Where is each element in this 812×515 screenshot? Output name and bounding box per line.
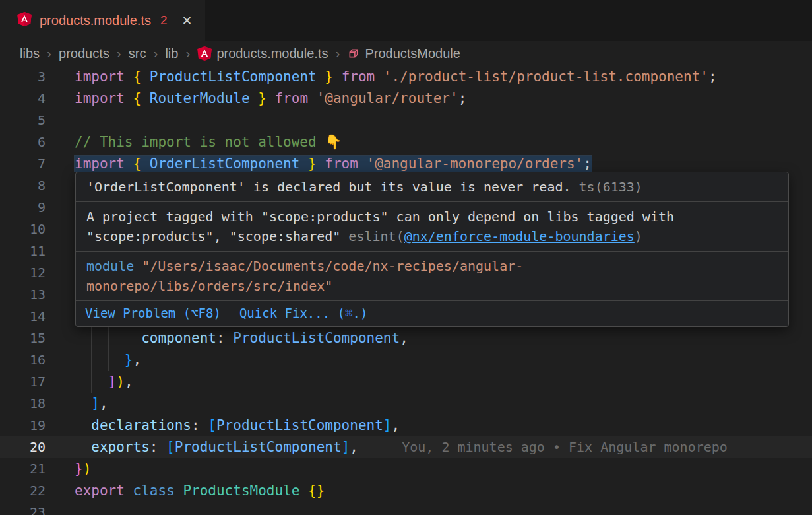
breadcrumb-separator-icon: › bbox=[152, 46, 159, 61]
git-blame-annotation: You, 2 minutes ago • Fix Angular monorep… bbox=[402, 439, 728, 455]
indent-guide bbox=[108, 327, 109, 349]
code-line-23[interactable]: 23 bbox=[0, 502, 812, 515]
indent-guide bbox=[108, 349, 109, 371]
code-line-22[interactable]: 22export class ProductsModule {} bbox=[0, 480, 812, 502]
breadcrumb-label: lib bbox=[165, 46, 178, 61]
module-keyword: module bbox=[86, 258, 134, 274]
code-text: // This import is not allowed 👇 bbox=[75, 131, 812, 153]
vscode-window: products.module.ts 2 ✕ libs›products›src… bbox=[0, 0, 812, 515]
line-number: 20 bbox=[0, 436, 75, 458]
code-line-16[interactable]: 16 }, bbox=[0, 349, 812, 371]
view-problem-button[interactable]: View Problem (⌥F8) bbox=[85, 304, 221, 322]
line-number: 14 bbox=[0, 306, 75, 327]
code-text: }, bbox=[75, 349, 812, 371]
line-number: 7 bbox=[0, 153, 75, 175]
line-number: 10 bbox=[0, 219, 75, 240]
close-icon[interactable]: ✕ bbox=[182, 13, 193, 28]
breadcrumb-label: products.module.ts bbox=[216, 46, 328, 61]
breadcrumb-label: libs bbox=[20, 46, 40, 61]
code-text: export class ProductsModule {} bbox=[75, 480, 812, 502]
line-number: 23 bbox=[0, 502, 75, 515]
indent-guide bbox=[125, 327, 125, 349]
indent-guide bbox=[75, 371, 75, 393]
ts-diagnostic-message: 'OrderListComponent' is declared but its… bbox=[86, 179, 571, 195]
code-text: ], bbox=[75, 393, 812, 415]
module-path-line2: monorepo/libs/orders/src/index" bbox=[86, 278, 332, 294]
tab-bar: products.module.ts 2 ✕ bbox=[0, 0, 812, 41]
hover-popup: 'OrderListComponent' is declared but its… bbox=[75, 172, 789, 327]
eslint-source-open: eslint( bbox=[348, 228, 404, 244]
indent-guide bbox=[91, 371, 92, 393]
breadcrumb-item-lib[interactable]: lib bbox=[165, 46, 178, 61]
code-line-17[interactable]: 17 ]), bbox=[0, 371, 812, 393]
code-text bbox=[75, 110, 812, 131]
breadcrumb-item-productsmodule[interactable]: ProductsModule bbox=[347, 46, 460, 61]
tab-problems-badge: 2 bbox=[160, 13, 168, 28]
code-text: import { ProductListComponent } from './… bbox=[75, 66, 812, 88]
line-number: 12 bbox=[0, 262, 75, 284]
breadcrumb-label: src bbox=[129, 46, 146, 61]
editor[interactable]: 3import { ProductListComponent } from '.… bbox=[0, 66, 812, 515]
eslint-message-line2: "scope:products", "scope:shared" bbox=[86, 228, 348, 244]
code-line-3[interactable]: 3import { ProductListComponent } from '.… bbox=[0, 66, 812, 88]
code-line-5[interactable]: 5 bbox=[0, 110, 812, 131]
line-number: 8 bbox=[0, 175, 75, 197]
line-number: 11 bbox=[0, 240, 75, 262]
breadcrumb-label: ProductsModule bbox=[365, 46, 460, 61]
breadcrumb-separator-icon: › bbox=[46, 46, 53, 61]
breadcrumb: libs›products›src›lib› products.module.t… bbox=[0, 41, 812, 66]
line-number: 21 bbox=[0, 458, 75, 480]
error-squiggle-range: import { OrderListComponent } from '@ang… bbox=[75, 156, 592, 172]
breadcrumb-separator-icon: › bbox=[184, 46, 191, 61]
code-text bbox=[75, 502, 812, 515]
code-line-4[interactable]: 4import { RouterModule } from '@angular/… bbox=[0, 88, 812, 110]
breadcrumb-label: products bbox=[59, 46, 109, 61]
module-path-line1: "/Users/isaac/Documents/code/nx-recipes/… bbox=[134, 258, 523, 274]
code-text: declarations: [ProductListComponent], bbox=[75, 415, 812, 436]
angular-icon bbox=[17, 12, 32, 29]
line-number: 22 bbox=[0, 480, 75, 502]
breadcrumb-separator-icon: › bbox=[115, 46, 123, 61]
class-symbol-icon bbox=[347, 47, 360, 60]
line-number: 4 bbox=[0, 88, 75, 110]
line-number: 19 bbox=[0, 415, 75, 436]
indent-guide bbox=[75, 327, 75, 349]
code-line-15[interactable]: 15 component: ProductListComponent, bbox=[0, 327, 812, 349]
code-line-6[interactable]: 6// This import is not allowed 👇 bbox=[0, 131, 812, 153]
breadcrumb-item-products-module-ts[interactable]: products.module.ts bbox=[197, 46, 328, 61]
eslint-diagnostic: A project tagged with "scope:products" c… bbox=[76, 202, 788, 252]
line-number: 9 bbox=[0, 197, 75, 219]
line-number: 5 bbox=[0, 110, 75, 131]
ts-diagnostic-code: ts(6133) bbox=[579, 179, 642, 195]
code-line-20[interactable]: 20 exports: [ProductListComponent],You, … bbox=[0, 436, 812, 458]
code-text: ]), bbox=[75, 371, 812, 393]
indent-guide bbox=[91, 349, 92, 371]
line-number: 6 bbox=[0, 131, 75, 153]
eslint-message-line1: A project tagged with "scope:products" c… bbox=[86, 209, 674, 224]
line-number: 15 bbox=[0, 327, 75, 349]
line-number: 3 bbox=[0, 66, 75, 88]
code-text: import { RouterModule } from '@angular/r… bbox=[75, 88, 812, 110]
code-line-21[interactable]: 21}) bbox=[0, 458, 812, 480]
line-number: 17 bbox=[0, 371, 75, 393]
module-info: module "/Users/isaac/Documents/code/nx-r… bbox=[76, 252, 788, 301]
line-number: 16 bbox=[0, 349, 75, 371]
ts-diagnostic: 'OrderListComponent' is declared but its… bbox=[76, 172, 788, 202]
line-number: 18 bbox=[0, 393, 75, 415]
breadcrumb-item-products[interactable]: products bbox=[59, 46, 109, 61]
eslint-rule-link[interactable]: @nx/enforce-module-boundaries bbox=[404, 228, 635, 244]
code-text: exports: [ProductListComponent],You, 2 m… bbox=[75, 436, 812, 458]
hover-actions: View Problem (⌥F8) Quick Fix... (⌘.) bbox=[76, 301, 788, 326]
code-line-19[interactable]: 19 declarations: [ProductListComponent], bbox=[0, 415, 812, 436]
quick-fix-button[interactable]: Quick Fix... (⌘.) bbox=[239, 304, 367, 322]
code-line-18[interactable]: 18 ], bbox=[0, 393, 812, 415]
breadcrumb-item-libs[interactable]: libs bbox=[20, 46, 40, 61]
code-text: component: ProductListComponent, bbox=[75, 327, 812, 349]
indent-guide bbox=[75, 349, 75, 371]
angular-icon bbox=[197, 46, 212, 61]
breadcrumb-item-src[interactable]: src bbox=[129, 46, 146, 61]
tab-products-module[interactable]: products.module.ts 2 ✕ bbox=[0, 0, 205, 41]
eslint-source-close: ) bbox=[635, 228, 642, 244]
line-number: 13 bbox=[0, 284, 75, 306]
indent-guide bbox=[91, 327, 92, 349]
